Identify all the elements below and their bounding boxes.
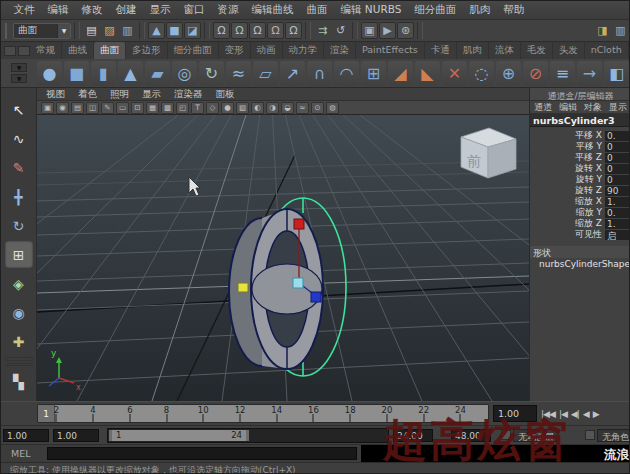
snap-grid-icon[interactable]: Ω — [213, 22, 230, 39]
shelf-tab[interactable]: 渲染 — [324, 42, 356, 59]
menu-item[interactable]: 帮助 — [497, 3, 531, 17]
move-tool[interactable]: ╋ — [5, 183, 33, 210]
menu-item[interactable]: 肌肉 — [463, 3, 497, 17]
select-object-icon[interactable]: ■ — [166, 22, 183, 39]
scale-z-handle[interactable] — [311, 292, 321, 302]
attribute-label[interactable]: 可见性 — [530, 228, 605, 241]
panel-menu-item[interactable]: 显示 — [142, 88, 161, 101]
shelf-tab[interactable]: 常规 — [30, 42, 62, 59]
shape-node-name[interactable]: nurbsCylinderShape3 — [530, 258, 630, 270]
attribute-value-field[interactable]: 1. — [605, 197, 630, 207]
isolate-select-icon[interactable]: ⊙ — [311, 102, 324, 114]
snap-point-icon[interactable]: Ω — [249, 22, 266, 39]
ipr-render-icon[interactable]: ▶ — [379, 22, 396, 39]
attribute-value-field[interactable]: 0 — [605, 164, 630, 174]
snap-curve-icon[interactable]: Ω — [231, 22, 248, 39]
channel-box-toggle-icon[interactable]: ▥ — [612, 22, 629, 39]
render-settings-icon[interactable]: ⊛ — [397, 22, 414, 39]
menu-set-dropdown[interactable]: 曲面 ▼ — [13, 23, 71, 39]
new-scene-icon[interactable]: ▤ — [83, 22, 100, 39]
xray-icon[interactable]: ◍ — [326, 102, 339, 114]
open-close-surface-icon[interactable]: ◧ — [604, 61, 629, 86]
menu-collapse-handle[interactable] — [5, 23, 10, 39]
textured-icon[interactable]: ▧ — [236, 102, 249, 114]
attribute-value-field[interactable]: 0 — [605, 153, 630, 163]
menu-item[interactable]: 编辑 — [41, 3, 75, 17]
divider[interactable] — [74, 22, 80, 39]
resolution-gate-icon[interactable]: ⊡ — [131, 102, 144, 114]
shelf-tab[interactable]: 曲线 — [62, 42, 94, 59]
animation-end-field[interactable]: 48.00 — [451, 429, 491, 442]
select-component-icon[interactable]: ◪ — [184, 22, 201, 39]
current-time-field[interactable]: 1.00 — [493, 405, 537, 422]
square-surface-icon[interactable]: ⊞ — [361, 61, 386, 86]
extend-surface-icon[interactable]: → — [577, 61, 602, 86]
wireframe-icon[interactable]: ◇ — [206, 102, 219, 114]
save-scene-icon[interactable]: ▥ — [119, 22, 136, 39]
current-frame-indicator[interactable]: 1 — [38, 405, 55, 422]
safe-title-icon[interactable]: T — [191, 102, 204, 114]
shelf-tab[interactable]: 细分曲面 — [168, 42, 219, 59]
nurbs-cylinder-icon[interactable]: ▮ — [91, 61, 116, 86]
grease-pencil-icon[interactable]: ✎ — [101, 102, 114, 114]
last-tool-icon[interactable]: ▚ — [5, 368, 33, 395]
divider[interactable] — [305, 22, 311, 39]
construction-history-icon[interactable]: ↺ — [332, 22, 349, 39]
time-slider-track[interactable]: 1 2 4 6 — [37, 404, 489, 423]
menu-item[interactable]: 显示 — [143, 3, 177, 17]
select-tool[interactable]: ↖ — [5, 96, 33, 123]
channel-box-menu-item[interactable]: 通道 — [534, 101, 552, 114]
shelf-arrow-icon[interactable]: ▼ — [11, 74, 27, 83]
shelf-tab-toggle-icon[interactable] — [4, 46, 16, 56]
view-cube-front-label[interactable]: 前 — [467, 153, 481, 169]
anim-layer-menu[interactable]: 无动画层 — [513, 429, 559, 442]
divider[interactable] — [204, 22, 210, 39]
menu-item[interactable]: 资源 — [211, 3, 245, 17]
insert-isoparm-icon[interactable]: ≡ — [550, 61, 575, 86]
range-slider-track[interactable]: 1 24 — [107, 428, 389, 443]
go-to-start-button[interactable]: |◀◀ — [541, 409, 555, 419]
extrude-icon[interactable]: ↗ — [280, 61, 305, 86]
nurbs-plane-icon[interactable]: ▰ — [145, 61, 170, 86]
bevel-plus-icon[interactable]: ◣ — [415, 61, 440, 86]
render-current-frame-icon[interactable]: ▣ — [361, 22, 378, 39]
attribute-value-field[interactable]: 1. — [605, 219, 630, 229]
menu-item[interactable]: 创建 — [109, 3, 143, 17]
panel-menu-item[interactable]: 着色 — [78, 88, 97, 101]
trim-icon[interactable]: ✕ — [442, 61, 467, 86]
channel-box-menu-item[interactable]: 显示 — [609, 101, 627, 114]
image-plane-icon[interactable]: ◫ — [86, 102, 99, 114]
shelf-tab[interactable]: 头发 — [553, 42, 585, 59]
attribute-value-field[interactable]: 90 — [605, 186, 630, 196]
manipulator-input-handle[interactable] — [238, 283, 248, 292]
shelf-tab[interactable]: 动力学 — [283, 42, 325, 59]
make-live-icon[interactable]: Ω — [285, 22, 302, 39]
panel-menu-item[interactable]: 面板 — [216, 88, 235, 101]
rotate-tool[interactable]: ↻ — [5, 212, 33, 239]
panel-menu-item[interactable]: 视图 — [46, 88, 65, 101]
untrim-icon[interactable]: ◌ — [469, 61, 494, 86]
panel-menu-item[interactable]: 照明 — [110, 88, 129, 101]
menu-item[interactable]: 文件 — [7, 3, 41, 17]
attribute-value-field[interactable]: 0 — [605, 142, 630, 152]
gate-mask-icon[interactable]: ▦ — [146, 102, 159, 114]
camera-attributes-icon[interactable]: ◉ — [56, 102, 69, 114]
mel-label[interactable]: MEL — [11, 448, 31, 459]
field-chart-icon[interactable]: ▩ — [161, 102, 174, 114]
film-gate-icon[interactable]: ▭ — [116, 102, 129, 114]
viewport-canvas[interactable]: 前 y x — [37, 115, 529, 401]
menu-item[interactable]: 细分曲面 — [408, 3, 463, 17]
play-backwards-button[interactable]: ◀ — [583, 409, 589, 419]
bookmarks-icon[interactable]: ▤ — [71, 102, 84, 114]
nurbs-cone-icon[interactable]: ▲ — [118, 61, 143, 86]
character-set-menu[interactable]: 无角色集 — [597, 429, 630, 442]
revolve-icon[interactable]: ↻ — [199, 61, 224, 86]
ambient-occlusion-icon[interactable]: ◒ — [281, 102, 294, 114]
divider[interactable] — [417, 22, 423, 39]
shelf-tab[interactable]: 卡通 — [425, 42, 457, 59]
character-set-icon[interactable] — [585, 430, 595, 440]
shelf-tab[interactable]: nCloth — [585, 42, 629, 59]
range-slider-bar[interactable]: 1 24 — [109, 430, 249, 441]
divider[interactable] — [352, 22, 358, 39]
channel-box-menu-item[interactable]: 编辑 — [559, 101, 577, 114]
